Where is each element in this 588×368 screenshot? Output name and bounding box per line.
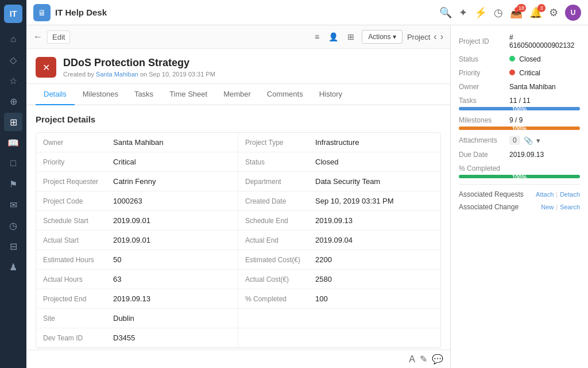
detail-cell-est-cost: Estimated Cost(€) 2200: [238, 250, 440, 270]
due-date-value: 2019.09.13: [509, 151, 544, 159]
detail-cell-actual-end: Actual End 2019.09.04: [238, 231, 440, 250]
label-projected-end: Projected End: [43, 295, 106, 303]
comment-icon[interactable]: 💬: [432, 354, 443, 365]
tab-comments[interactable]: Comments: [259, 84, 311, 105]
milestones-progress-bar: 100%: [459, 126, 580, 130]
label-actual-hours: Actual Hours: [43, 275, 106, 283]
nav-book[interactable]: 📖: [4, 133, 22, 152]
value-status: Closed: [315, 158, 338, 166]
info-row-project-id: Project ID # 61605000000902132: [459, 33, 580, 49]
nav-prev-button[interactable]: ‹: [434, 32, 436, 42]
status-value: Closed: [509, 55, 541, 63]
detail-cell-project-type: Project Type Infrastructure: [238, 133, 440, 152]
label-est-hours: Estimated Hours: [43, 256, 106, 264]
pct-completed-label: % Completed: [459, 164, 505, 172]
value-requester: Catrin Fenny: [113, 177, 156, 186]
label-pct-completed: % Completed: [245, 295, 308, 303]
nav-layers[interactable]: ⊞: [4, 113, 22, 131]
value-dev-team: D3455: [113, 334, 135, 342]
content-row: ← Edit ≡ 👤 ⊞ Actions ▾ Project ‹ ›: [26, 25, 588, 368]
attachments-count: 0: [509, 136, 520, 145]
value-schedule-end: 2019.09.13: [315, 216, 353, 225]
tab-history[interactable]: History: [311, 84, 350, 105]
tasks-progress-fill: 100%: [459, 107, 580, 110]
edit-icon[interactable]: ✎: [420, 354, 427, 365]
status-dot-closed: [509, 56, 515, 62]
search-icon[interactable]: 🔍: [439, 6, 452, 19]
created-on: on Sep 10, 2019 03:31 PM: [140, 71, 215, 78]
tab-timesheet[interactable]: Time Sheet: [161, 84, 215, 105]
value-actual-cost: 2580: [315, 275, 332, 283]
tab-tasks[interactable]: Tasks: [126, 84, 161, 105]
share-icon[interactable]: 📤 18: [510, 6, 523, 19]
value-actual-start: 2019.09.01: [113, 236, 150, 244]
progress-row-milestones: Milestones 9 / 9 100%: [459, 116, 580, 130]
detach-link[interactable]: Detach: [560, 191, 580, 198]
nav-star[interactable]: ☆: [4, 71, 22, 90]
avatar[interactable]: U: [565, 5, 581, 21]
contact-icon[interactable]: 👤: [326, 30, 341, 43]
detail-cell-projected-end: Projected End 2019.09.13: [36, 289, 238, 309]
toolbar-right: ≡ 👤 ⊞ Actions ▾ Project ‹ ›: [312, 30, 443, 44]
layout-icon[interactable]: ⊞: [345, 30, 357, 43]
info-row-priority: Priority Critical: [459, 69, 580, 77]
tab-details[interactable]: Details: [36, 84, 75, 105]
nav-box[interactable]: □: [4, 154, 22, 172]
bell-icon[interactable]: 🔔 3: [529, 6, 542, 19]
detail-cell-code: Project Code 1000263: [36, 191, 238, 211]
creator-link[interactable]: Santa Mahiban: [96, 71, 138, 78]
detail-cell-schedule-start: Schedule Start 2019.09.01: [36, 211, 238, 231]
lightning-icon[interactable]: ⚡: [474, 6, 487, 19]
assoc-change-label: Associated Change: [459, 203, 519, 211]
label-actual-end: Actual End: [245, 236, 308, 244]
attach-link[interactable]: Attach: [536, 191, 554, 198]
nav-flag[interactable]: ⚑: [4, 175, 22, 193]
right-sidebar: Project ID # 61605000000902132 Status Cl…: [450, 25, 588, 368]
milestones-label: Milestones: [459, 116, 505, 124]
value-est-hours: 50: [113, 255, 121, 264]
list-view-icon[interactable]: ≡: [312, 30, 322, 43]
value-priority: Critical: [113, 158, 136, 166]
detail-cell-empty1: [238, 309, 440, 328]
project-title: DDoS Protection Strategy: [63, 57, 215, 69]
label-priority: Priority: [43, 158, 106, 166]
tab-bar: Details Milestones Tasks Time Sheet Memb…: [26, 84, 450, 105]
tab-milestones[interactable]: Milestones: [75, 84, 126, 105]
milestones-value: 9 / 9: [509, 116, 523, 124]
detail-cell-actual-cost: Actual Cost(€) 2580: [238, 270, 440, 289]
new-link[interactable]: New: [541, 204, 554, 210]
chevron-down-icon[interactable]: ▾: [536, 136, 540, 145]
back-button[interactable]: ←: [33, 32, 42, 42]
milestones-pct-label: 100%: [512, 126, 527, 132]
detail-cell-created-date: Created Date Sep 10, 2019 03:31 PM: [238, 191, 440, 211]
section-title: Project Details: [36, 114, 441, 124]
nav-clock[interactable]: ◷: [4, 216, 22, 235]
app-logo[interactable]: IT: [4, 5, 22, 23]
value-pct-completed: 100: [315, 294, 328, 303]
owner-value: Santa Mahiban: [509, 83, 556, 91]
nav-user[interactable]: ♟: [4, 258, 22, 276]
clock-icon[interactable]: ◷: [494, 6, 503, 19]
star-icon[interactable]: ✦: [459, 6, 467, 19]
label-requester: Project Requester: [43, 178, 106, 186]
nav-home[interactable]: ⌂: [4, 30, 22, 48]
nav-chat[interactable]: ✉: [4, 195, 22, 214]
search-link[interactable]: Search: [560, 204, 580, 210]
label-created-date: Created Date: [245, 197, 308, 205]
tab-member[interactable]: Member: [215, 84, 259, 105]
info-row-owner: Owner Santa Mahiban: [459, 83, 580, 91]
nav-diamond[interactable]: ◇: [4, 51, 22, 69]
nav-next-button[interactable]: ›: [440, 32, 443, 42]
paperclip-icon[interactable]: 📎: [524, 136, 533, 145]
text-icon[interactable]: A: [409, 354, 415, 365]
nav-network[interactable]: ⊕: [4, 92, 22, 110]
nav-grid[interactable]: ⊟: [4, 237, 22, 255]
info-row-status: Status Closed: [459, 55, 580, 63]
project-id-label: Project ID: [459, 37, 505, 45]
detail-cell-status: Status Closed: [238, 152, 440, 172]
value-owner: Santa Mahiban: [113, 138, 163, 147]
gear-icon[interactable]: ⚙: [549, 6, 558, 19]
actions-button[interactable]: Actions ▾: [362, 30, 403, 44]
edit-label: Edit: [47, 30, 70, 44]
project-title-area: DDoS Protection Strategy Created by Sant…: [63, 57, 215, 78]
